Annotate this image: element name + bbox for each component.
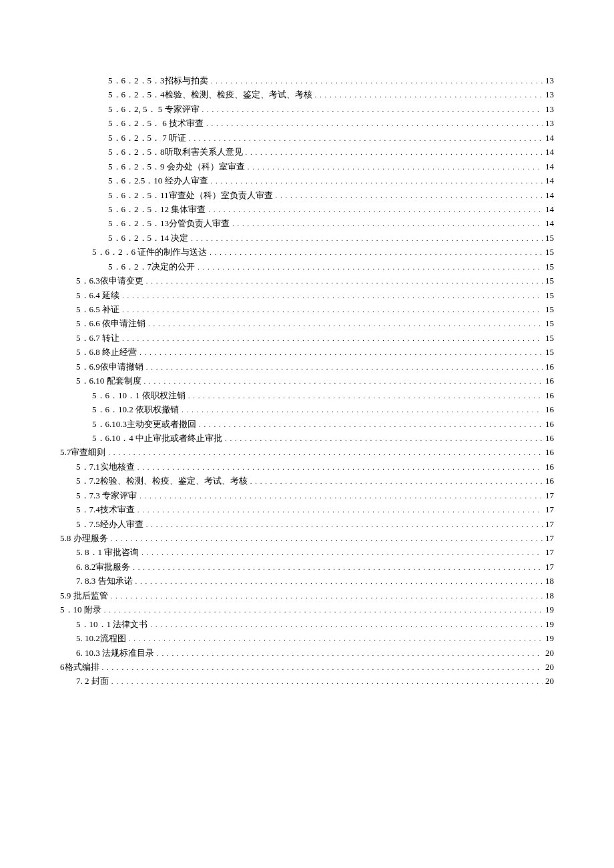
toc-leader-dots <box>148 316 543 330</box>
toc-entry-label: 5．7.1实地核查 <box>76 460 137 474</box>
toc-entry: 5. 10.2流程图19 <box>60 631 554 645</box>
toc-leader-dots <box>122 302 543 316</box>
toc-entry-page: 16 <box>543 460 554 474</box>
toc-entry: 5．6.10．4 中止审批或者终止审批16 <box>60 431 554 445</box>
toc-leader-dots <box>198 260 543 274</box>
toc-entry: 5．6．2．7决定的公开15 <box>60 260 554 274</box>
toc-entry-page: 14 <box>543 216 554 230</box>
toc-leader-dots <box>206 116 543 130</box>
toc-entry: 6格式编排20 <box>60 660 554 674</box>
toc-leader-dots <box>144 374 543 388</box>
toc-entry-label: 5．6．2, 5． 5 专家评审 <box>108 102 202 116</box>
toc-leader-dots <box>182 402 543 416</box>
toc-leader-dots <box>137 460 543 474</box>
toc-entry-page: 20 <box>543 646 554 660</box>
toc-entry-label: 5．6.10．4 中止审批或者终止审批 <box>92 431 225 445</box>
toc-leader-dots <box>139 488 543 502</box>
toc-leader-dots <box>157 646 543 660</box>
toc-entry-label: 5．10 附录 <box>60 602 104 616</box>
toc-entry-label: 5. 10.2流程图 <box>76 631 129 645</box>
toc-entry-label: 5. 8．1 审批咨询 <box>76 545 141 559</box>
toc-leader-dots <box>202 102 543 116</box>
toc-entry: 5．6．2．5．14 决定15 <box>60 231 554 245</box>
toc-entry: 7. 8.3 告知承诺18 <box>60 574 554 588</box>
toc-entry: 7. 2 封面20 <box>60 674 554 688</box>
toc-entry-page: 16 <box>543 360 554 374</box>
toc-leader-dots <box>315 87 543 101</box>
toc-entry-label: 7. 2 封面 <box>76 674 111 688</box>
toc-entry-label: 5．6．2．5．4检验、检测、检疫、鉴定、考试、考核 <box>108 87 315 101</box>
toc-leader-dots <box>246 145 543 159</box>
toc-entry-page: 17 <box>543 488 554 502</box>
toc-entry-page: 15 <box>543 316 554 330</box>
toc-entry-label: 6格式编排 <box>60 660 102 674</box>
toc-entry: 5.8 办理服务17 <box>60 531 554 545</box>
toc-entry-page: 14 <box>543 173 554 187</box>
toc-entry-page: 14 <box>543 145 554 159</box>
toc-entry-label: 5．6．2．5． 6 技术审查 <box>108 116 206 130</box>
toc-entry: 5．6.6 依申请注销15 <box>60 316 554 330</box>
toc-entry-label: 5.7审查细则 <box>60 445 108 459</box>
toc-entry-page: 19 <box>543 631 554 645</box>
toc-entry-page: 15 <box>543 231 554 245</box>
toc-leader-dots <box>248 159 543 173</box>
toc-entry-page: 15 <box>543 245 554 259</box>
toc-entry: 5．6．2．5．13分管负责人审查14 <box>60 216 554 230</box>
toc-entry-label: 5．6．2．5．14 决定 <box>108 231 191 245</box>
toc-entry: 5. 8．1 审批咨询17 <box>60 545 554 559</box>
toc-leader-dots <box>210 245 543 259</box>
toc-entry: 5．7.2检验、检测、检疫、鉴定、考试、考核16 <box>60 474 554 488</box>
toc-entry: 6. 8.2审批服务17 <box>60 560 554 574</box>
toc-entry-label: 5.9 批后监管 <box>60 588 111 602</box>
toc-entry: 5．6．2．5．4检验、检测、检疫、鉴定、考试、考核13 <box>60 87 554 101</box>
toc-leader-dots <box>104 602 543 616</box>
toc-leader-dots <box>188 388 543 402</box>
toc-entry: 6. 10.3 法规标准目录20 <box>60 646 554 660</box>
toc-entry-page: 15 <box>543 345 554 359</box>
toc-leader-dots <box>211 173 543 187</box>
toc-entry-page: 18 <box>543 588 554 602</box>
toc-entry: 5．6.9依申请撤销16 <box>60 360 554 374</box>
toc-entry-page: 13 <box>543 116 554 130</box>
toc-entry-label: 5．7.2检验、检测、检疫、鉴定、考试、考核 <box>76 474 250 488</box>
toc-entry-label: 5．6．2．6 证件的制作与送达 <box>92 245 210 259</box>
toc-entry-page: 17 <box>543 531 554 545</box>
toc-entry: 5．6．2．5．8听取利害关系人意见14 <box>60 145 554 159</box>
toc-entry: 5．6．2．5． 7 听证14 <box>60 131 554 145</box>
toc-entry-page: 15 <box>543 331 554 345</box>
toc-entry-label: 7. 8.3 告知承诺 <box>76 574 135 588</box>
toc-entry-page: 13 <box>543 87 554 101</box>
toc-entry: 5．7.3 专家评审17 <box>60 488 554 502</box>
toc-entry-label: 6. 8.2审批服务 <box>76 560 133 574</box>
toc-entry: 5．6．2.5．10 经办人审查14 <box>60 173 554 187</box>
toc-leader-dots <box>199 417 543 431</box>
toc-leader-dots <box>232 216 543 230</box>
toc-entry: 5．6．2．5． 6 技术审查13 <box>60 116 554 130</box>
toc-entry-page: 13 <box>543 73 554 87</box>
toc-entry: 5.9 批后监管18 <box>60 588 554 602</box>
toc-entry-page: 16 <box>543 388 554 402</box>
toc-entry-page: 16 <box>543 431 554 445</box>
toc-entry-page: 17 <box>543 502 554 516</box>
toc-entry-page: 20 <box>543 674 554 688</box>
table-of-contents: 5．6．2．5．3招标与拍卖135．6．2．5．4检验、检测、检疫、鉴定、考试、… <box>60 73 554 689</box>
toc-entry-page: 15 <box>543 260 554 274</box>
toc-leader-dots <box>108 445 543 459</box>
toc-leader-dots <box>111 531 543 545</box>
toc-entry: 5．6.4 延续15 <box>60 288 554 302</box>
toc-entry-page: 16 <box>543 417 554 431</box>
toc-entry-label: 5．6．2．5．3招标与拍卖 <box>108 73 211 87</box>
toc-leader-dots <box>137 502 543 516</box>
toc-entry-label: 5．6．2．5．9 会办处（科）室审查 <box>108 159 248 173</box>
toc-entry-page: 14 <box>543 159 554 173</box>
toc-leader-dots <box>150 617 543 631</box>
toc-entry-page: 20 <box>543 660 554 674</box>
toc-entry: 5．6.10 配套制度16 <box>60 374 554 388</box>
toc-entry: 5．6.10.3主动变更或者撤回16 <box>60 417 554 431</box>
toc-entry: 5．6．2．5．3招标与拍卖13 <box>60 73 554 87</box>
toc-entry: 5．6.5 补证15 <box>60 302 554 316</box>
toc-entry-page: 15 <box>543 274 554 288</box>
toc-entry-label: 6. 10.3 法规标准目录 <box>76 646 157 660</box>
toc-entry: 5．6．2．5．12 集体审查14 <box>60 202 554 216</box>
toc-entry: 5．6．2．5．9 会办处（科）室审查14 <box>60 159 554 173</box>
